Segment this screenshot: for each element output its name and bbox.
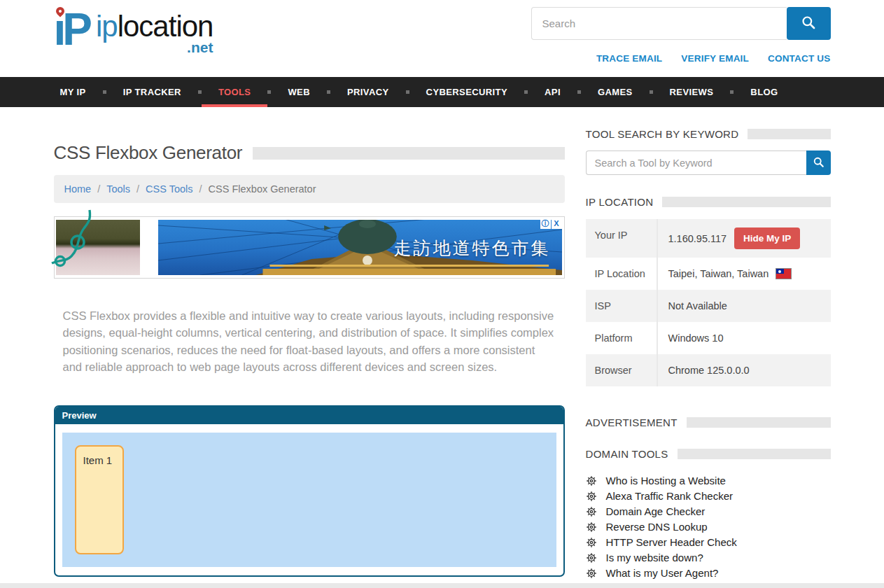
list-item: What is my User Agent?: [586, 568, 831, 578]
nav-item-ip-tracker[interactable]: IP TRACKER: [106, 77, 198, 107]
gear-icon: [586, 506, 597, 517]
preview-panel-header: Preview: [55, 407, 563, 424]
nav-item-web[interactable]: WEB: [271, 77, 327, 107]
nav-item-cybersecurity[interactable]: CYBERSECURITY: [409, 77, 524, 107]
row-label: Your IP: [586, 219, 658, 258]
breadcrumb-current: CSS Flexbox Generator: [209, 183, 316, 195]
list-item: Is my website down?: [586, 552, 831, 563]
preview-panel: Preview Item 1: [54, 405, 565, 577]
search-icon: [813, 156, 825, 170]
row-label: IP Location: [586, 258, 658, 290]
breadcrumb-css-tools[interactable]: CSS Tools: [146, 183, 192, 195]
gear-icon: [586, 491, 597, 502]
list-item: Alexa Traffic Rank Checker: [586, 491, 831, 501]
table-row-isp: ISP Not Available: [586, 290, 831, 322]
tool-description: CSS Flexbox provides a flexible and intu…: [54, 307, 565, 375]
row-value: Chrome 125.0.0.0: [658, 355, 831, 386]
site-search-button[interactable]: [787, 7, 831, 40]
gear-icon: [586, 475, 597, 486]
title-row: CSS Flexbox Generator: [54, 142, 565, 164]
domain-tool-link-website-down[interactable]: Is my website down?: [606, 552, 703, 563]
hide-my-ip-button[interactable]: Hide My IP: [734, 227, 800, 249]
row-value: Taipei, Taiwan, Taiwan: [658, 258, 831, 289]
nav-item-reviews[interactable]: REVIEWS: [653, 77, 731, 107]
taiwan-flag-icon: [776, 269, 791, 279]
breadcrumb-separator: /: [136, 183, 139, 195]
site-logo[interactable]: ıP iplocation .net: [54, 3, 213, 56]
row-value: 1.160.95.117 Hide My IP: [658, 219, 831, 258]
gear-icon: [586, 552, 597, 564]
gear-icon: [586, 522, 597, 533]
search-icon: [801, 15, 816, 32]
row-value: Windows 10: [658, 323, 831, 354]
page-title: CSS Flexbox Generator: [54, 142, 243, 164]
ad-controls: ⓘ X: [540, 218, 562, 229]
nav-item-privacy[interactable]: PRIVACY: [330, 77, 406, 107]
site-search-input[interactable]: [531, 7, 787, 40]
table-row-your-ip: Your IP 1.160.95.117 Hide My IP: [586, 219, 831, 258]
contact-us-link[interactable]: CONTACT US: [768, 53, 831, 64]
site-search: [531, 7, 831, 40]
flexbox-preview-container: Item 1: [62, 433, 556, 567]
ad-banner[interactable]: 走訪地道特色市集 ⓘ X: [54, 216, 565, 279]
domain-tool-link-http-header[interactable]: HTTP Server Header Check: [606, 537, 737, 547]
ad-right-image[interactable]: 走訪地道特色市集: [158, 220, 562, 275]
breadcrumb-tools[interactable]: Tools: [106, 183, 130, 195]
logo-mark: ıP: [54, 3, 96, 56]
nav-item-blog[interactable]: BLOG: [734, 77, 794, 107]
header-links: TRACE EMAIL VERIFY EMAIL CONTACT US: [596, 53, 831, 64]
preview-panel-body: Item 1: [55, 424, 563, 575]
tool-search-input[interactable]: [586, 150, 806, 175]
tool-search: [586, 150, 831, 175]
logo-wordmark: iplocation: [96, 11, 213, 42]
ad-left-image[interactable]: [56, 220, 140, 275]
breadcrumb-separator: /: [199, 183, 202, 195]
logo-tld: .net: [96, 39, 213, 56]
page: ıP iplocation .net TRACE EMAIL VERIFY EM…: [0, 0, 884, 588]
ad-overlay-text: 走訪地道特色市集: [394, 236, 551, 259]
domain-tool-link-hosting[interactable]: Who is Hosting a Website: [606, 475, 726, 486]
map-pin-icon: [54, 6, 66, 18]
domain-tool-link-alexa-rank[interactable]: Alexa Traffic Rank Checker: [606, 491, 733, 501]
tool-search-button[interactable]: [806, 150, 831, 175]
flexbox-preview-item[interactable]: Item 1: [75, 445, 124, 554]
nav-item-api[interactable]: API: [528, 77, 577, 107]
ad-info-icon[interactable]: ⓘ: [540, 218, 551, 229]
domain-tool-link-reverse-dns[interactable]: Reverse DNS Lookup: [606, 522, 708, 532]
ad-route-path-graphic: [56, 213, 140, 275]
row-label: Browser: [586, 354, 658, 386]
breadcrumb-separator: /: [97, 183, 100, 195]
nav-item-my-ip[interactable]: MY IP: [54, 77, 103, 107]
domain-tools-heading: DOMAIN TOOLS: [586, 448, 831, 460]
sidebar: TOOL SEARCH BY KEYWORD IP LOCATION Your …: [586, 128, 831, 583]
title-decorative-bar: [253, 147, 564, 160]
table-row-ip-location: IP Location Taipei, Taiwan, Taiwan: [586, 258, 831, 290]
list-item: Domain Age Checker: [586, 506, 831, 517]
breadcrumb-home[interactable]: Home: [64, 183, 92, 195]
domain-tools-list: Who is Hosting a Website Alexa Traffic R…: [586, 475, 831, 578]
domain-tool-link-user-agent[interactable]: What is my User Agent?: [606, 568, 719, 578]
main-nav: MY IP IP TRACKER TOOLS WEB PRIVACY CYBER…: [0, 77, 884, 107]
heading-decorative-bar: [678, 449, 831, 459]
nav-item-games[interactable]: GAMES: [581, 77, 650, 107]
domain-tool-link-domain-age[interactable]: Domain Age Checker: [606, 506, 706, 517]
list-item: Reverse DNS Lookup: [586, 522, 831, 532]
nav-item-tools[interactable]: TOOLS: [202, 77, 268, 107]
logo-text: iplocation .net: [96, 3, 213, 56]
row-label: ISP: [586, 290, 658, 322]
ip-location-heading: IP LOCATION: [586, 196, 831, 208]
content: CSS Flexbox Generator Home / Tools / CSS…: [54, 107, 831, 583]
gear-icon: [586, 537, 597, 548]
trace-email-link[interactable]: TRACE EMAIL: [596, 53, 662, 64]
gear-icon: [586, 568, 597, 579]
row-value: Not Available: [658, 290, 831, 321]
site-header: ıP iplocation .net TRACE EMAIL VERIFY EM…: [54, 0, 831, 77]
table-row-browser: Browser Chrome 125.0.0.0: [586, 354, 831, 386]
verify-email-link[interactable]: VERIFY EMAIL: [681, 53, 749, 64]
list-item: Who is Hosting a Website: [586, 475, 831, 486]
row-label: Platform: [586, 322, 658, 354]
ip-location-value: Taipei, Taiwan, Taiwan: [668, 268, 769, 279]
heading-decorative-bar: [662, 197, 830, 207]
ad-close-icon[interactable]: X: [552, 218, 562, 229]
list-item: HTTP Server Header Check: [586, 537, 831, 547]
